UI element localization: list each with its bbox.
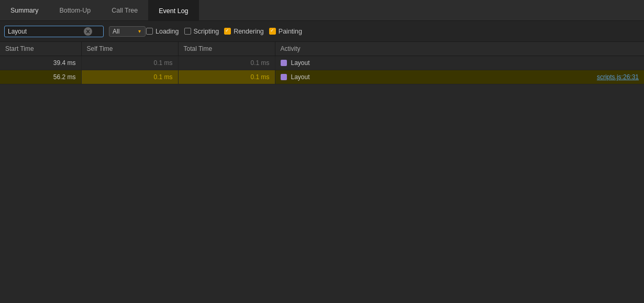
search-input[interactable]	[8, 28, 84, 35]
col-header-total-time: Total Time	[178, 42, 275, 56]
activity-color-swatch	[281, 60, 287, 66]
checkbox-scripting-label: Scripting	[194, 28, 219, 35]
checkbox-loading-label: Loading	[156, 28, 179, 35]
activity-color-swatch	[281, 74, 287, 80]
table-header-row: Start Time Self Time Total Time Activity	[0, 42, 644, 56]
tab-summary[interactable]: Summary	[0, 0, 49, 20]
checkbox-scripting-input[interactable]	[184, 28, 191, 35]
cell-activity: Layout	[275, 56, 644, 70]
checkbox-rendering-input[interactable]	[224, 28, 231, 35]
checkbox-painting-label: Painting	[279, 28, 302, 35]
col-header-activity: Activity	[275, 42, 644, 56]
cell-start-time: 56.2 ms	[0, 70, 81, 84]
checkbox-loading-input[interactable]	[146, 28, 153, 35]
cell-self-time: 0.1 ms	[81, 70, 178, 84]
tab-bottom-up[interactable]: Bottom-Up	[49, 0, 101, 20]
table-row: 39.4 ms0.1 ms0.1 msLayout	[0, 56, 644, 70]
clear-icon[interactable]: ×	[84, 27, 92, 36]
cell-self-time: 0.1 ms	[81, 56, 178, 70]
checkbox-scripting[interactable]: Scripting	[184, 28, 219, 35]
cell-activity: Layoutscripts.js:26:31	[275, 70, 644, 84]
cell-start-time: 39.4 ms	[0, 56, 81, 70]
dropdown-wrapper: All Loading Scripting Rendering Painting…	[109, 26, 141, 37]
checkbox-rendering-label: Rendering	[234, 28, 264, 35]
tab-event-log[interactable]: Event Log	[148, 0, 198, 20]
checkbox-painting-input[interactable]	[269, 28, 276, 35]
table-container: Start Time Self Time Total Time Activity…	[0, 42, 644, 303]
activity-label: Layout	[291, 59, 310, 67]
col-header-start-time: Start Time	[0, 42, 81, 56]
event-table: Start Time Self Time Total Time Activity…	[0, 42, 644, 84]
activity-link[interactable]: scripts.js:26:31	[597, 73, 639, 81]
checkbox-painting[interactable]: Painting	[269, 28, 302, 35]
col-header-self-time: Self Time	[81, 42, 178, 56]
main-content: × All Loading Scripting Rendering Painti…	[0, 21, 644, 303]
table-row: 56.2 ms0.1 ms0.1 msLayoutscripts.js:26:3…	[0, 70, 644, 84]
checkbox-loading[interactable]: Loading	[146, 28, 179, 35]
checkbox-rendering[interactable]: Rendering	[224, 28, 264, 35]
tab-bar: Summary Bottom-Up Call Tree Event Log	[0, 0, 644, 21]
filter-bar: × All Loading Scripting Rendering Painti…	[0, 21, 644, 42]
filter-dropdown[interactable]: All Loading Scripting Rendering Painting	[109, 26, 146, 37]
cell-total-time: 0.1 ms	[178, 56, 275, 70]
cell-total-time: 0.1 ms	[178, 70, 275, 84]
activity-label: Layout	[291, 73, 310, 81]
tab-call-tree[interactable]: Call Tree	[101, 0, 148, 20]
search-wrapper: ×	[4, 26, 104, 37]
